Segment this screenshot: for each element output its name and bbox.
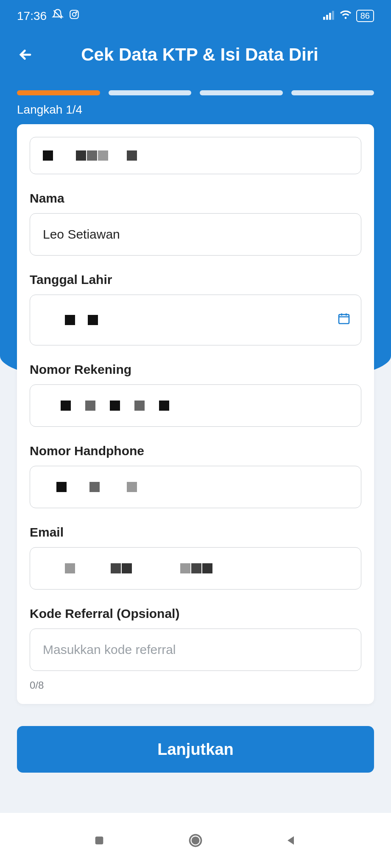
- referral-input[interactable]: [30, 629, 361, 671]
- system-nav-bar: [0, 813, 391, 868]
- instagram-icon: [69, 9, 80, 23]
- signal-icon: [323, 9, 335, 23]
- status-bar: 17:36 86: [0, 0, 391, 28]
- nama-label: Nama: [30, 191, 361, 206]
- referral-text-input[interactable]: [43, 643, 348, 657]
- svg-rect-8: [95, 837, 103, 845]
- app-header: Cek Data KTP & Isi Data Diri: [0, 28, 391, 78]
- svg-rect-7: [339, 314, 349, 323]
- hp-label: Nomor Handphone: [30, 444, 361, 458]
- progress-step-2: [109, 90, 192, 95]
- referral-label: Kode Referral (Opsional): [30, 606, 361, 621]
- nik-field[interactable]: [30, 137, 361, 174]
- hp-input[interactable]: [30, 466, 361, 508]
- continue-label: Lanjutkan: [157, 740, 233, 759]
- wifi-icon: [339, 9, 352, 23]
- progress-bar: [0, 78, 391, 95]
- svg-point-10: [192, 837, 198, 844]
- svg-rect-6: [332, 11, 334, 19]
- rek-input[interactable]: [30, 384, 361, 427]
- svg-rect-5: [329, 13, 331, 19]
- back-button[interactable]: [17, 46, 34, 63]
- tgl-label: Tanggal Lahir: [30, 273, 361, 287]
- back-nav-button[interactable]: [284, 832, 300, 849]
- nama-value: Leo Setiawan: [43, 227, 120, 242]
- form-card: Nama Leo Setiawan Tanggal Lahir Nomor Re…: [17, 124, 374, 704]
- mute-icon: [52, 8, 64, 23]
- home-button[interactable]: [187, 832, 204, 849]
- email-input[interactable]: [30, 547, 361, 590]
- continue-button[interactable]: Lanjutkan: [17, 726, 374, 773]
- svg-point-1: [73, 13, 76, 17]
- nama-input[interactable]: Leo Setiawan: [30, 213, 361, 256]
- email-label: Email: [30, 525, 361, 540]
- step-label: Langkah 1/4: [0, 95, 391, 117]
- calendar-icon[interactable]: [337, 312, 351, 328]
- svg-rect-4: [326, 15, 328, 20]
- recent-apps-button[interactable]: [91, 832, 107, 849]
- page-title: Cek Data KTP & Isi Data Diri: [51, 45, 349, 65]
- svg-rect-3: [323, 17, 325, 19]
- status-time: 17:36: [17, 9, 47, 23]
- referral-counter: 0/8: [30, 679, 361, 691]
- battery-indicator: 86: [356, 10, 374, 22]
- tgl-input[interactable]: [30, 295, 361, 345]
- svg-point-2: [76, 12, 77, 13]
- rek-label: Nomor Rekening: [30, 362, 361, 377]
- progress-step-3: [200, 90, 283, 95]
- progress-step-4: [291, 90, 374, 95]
- progress-step-1: [17, 90, 100, 95]
